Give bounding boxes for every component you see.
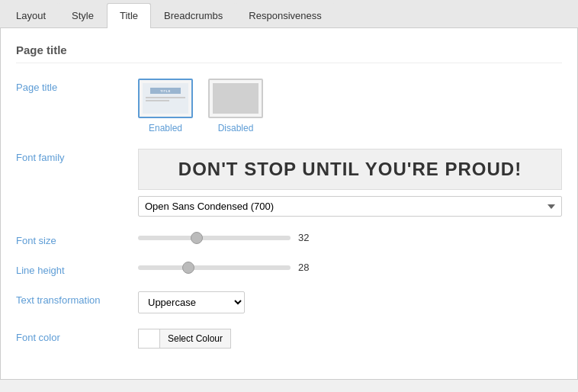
thumb-content-disabled xyxy=(213,83,258,114)
thumb-title-bar: TITLE xyxy=(150,88,181,94)
title-enabled-thumbnail: TITLE xyxy=(138,79,193,118)
font-family-control: DON'T STOP UNTIL YOU'RE PROUD! Open Sans… xyxy=(138,149,562,217)
font-size-slider[interactable] xyxy=(138,236,291,240)
select-colour-button[interactable]: Select Colour xyxy=(159,329,231,349)
section-title: Page title xyxy=(16,43,562,63)
disabled-label: Disabled xyxy=(218,123,254,133)
thumb-lines xyxy=(143,97,188,101)
font-size-row: Font size 32 xyxy=(16,232,562,246)
tab-responsiveness[interactable]: Responsiveness xyxy=(236,3,334,27)
thumb-line-1 xyxy=(146,97,185,98)
font-color-control: Select Colour xyxy=(138,329,562,349)
text-transformation-label: Text transformation xyxy=(16,291,138,306)
color-swatch[interactable] xyxy=(138,329,159,349)
font-size-label: Font size xyxy=(16,232,138,246)
line-height-slider[interactable] xyxy=(138,265,291,270)
tabs-bar: Layout Style Title Breadcrumbs Responsiv… xyxy=(0,0,578,28)
thumb-content-enabled: TITLE xyxy=(143,83,188,114)
page-title-label: Page title xyxy=(16,79,138,93)
tab-layout[interactable]: Layout xyxy=(3,3,59,27)
line-height-control: 28 xyxy=(138,262,562,273)
title-option-disabled[interactable]: Disabled xyxy=(208,79,263,133)
line-height-label: Line height xyxy=(16,262,138,276)
font-family-select[interactable]: Open Sans Condensed (700) Arial Georgia … xyxy=(138,196,562,217)
main-panel: Page title Page title TITLE Enabl xyxy=(0,28,578,380)
text-transformation-select[interactable]: None Uppercase Lowercase Capitalize xyxy=(138,291,245,313)
page-title-row: Page title TITLE Enabled xyxy=(16,79,562,133)
font-color-label: Font color xyxy=(16,329,138,343)
font-color-row: Font color Select Colour xyxy=(16,329,562,349)
tab-title[interactable]: Title xyxy=(107,3,151,28)
title-option-enabled[interactable]: TITLE Enabled xyxy=(138,79,193,133)
font-family-label: Font family xyxy=(16,149,138,163)
text-transformation-control: None Uppercase Lowercase Capitalize xyxy=(138,291,562,313)
font-preview: DON'T STOP UNTIL YOU'RE PROUD! xyxy=(138,149,562,190)
line-height-row: Line height 28 xyxy=(16,262,562,276)
line-height-value: 28 xyxy=(298,262,317,273)
font-family-row: Font family DON'T STOP UNTIL YOU'RE PROU… xyxy=(16,149,562,217)
font-size-control: 32 xyxy=(138,232,562,243)
font-size-value: 32 xyxy=(298,232,317,243)
text-transformation-row: Text transformation None Uppercase Lower… xyxy=(16,291,562,313)
tab-style[interactable]: Style xyxy=(59,3,107,27)
thumb-line-2 xyxy=(146,100,169,101)
title-disabled-thumbnail xyxy=(208,79,263,118)
page-title-options: TITLE Enabled Disabled xyxy=(138,79,562,133)
thumb-title-text: TITLE xyxy=(160,89,171,93)
enabled-label: Enabled xyxy=(149,123,182,133)
tab-breadcrumbs[interactable]: Breadcrumbs xyxy=(151,3,236,27)
